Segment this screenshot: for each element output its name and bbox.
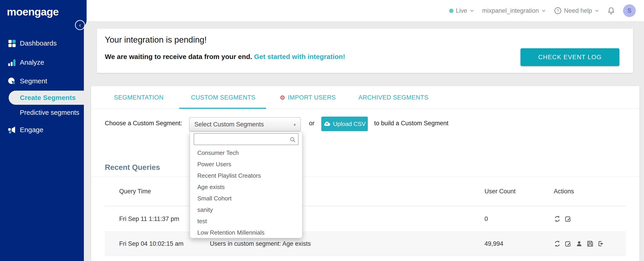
build-segment-suffix: to build a Custom Segment <box>374 120 448 127</box>
upload-csv-button[interactable]: Upload CSV <box>321 117 368 131</box>
user-avatar[interactable]: S <box>623 4 636 17</box>
user-count-cell: 0 <box>484 216 488 223</box>
dropdown-option[interactable]: Age exists <box>190 181 303 193</box>
choose-segment-label: Choose a Custom Segment: <box>105 120 182 127</box>
app-root: Live mixpanel_integration ? Need help <box>0 0 644 261</box>
save-segment-icon[interactable] <box>586 240 594 247</box>
table-row: Fri Sep 11 1:11:37 pm 0 <box>105 206 626 232</box>
table-header-row: Query Time User Count Actions <box>105 177 626 206</box>
dropdown-options-list: Consumer Tech Power Users Recent Playlis… <box>190 147 303 238</box>
tab-label: CUSTOM SEGMENTS <box>191 94 256 101</box>
engage-megaphone-icon <box>8 125 16 134</box>
cloud-upload-icon <box>323 120 331 128</box>
project-name: mixpanel_integration <box>482 7 539 14</box>
sidebar-item-analyze[interactable]: Analyze <box>0 54 84 71</box>
column-header-actions: Actions <box>554 188 574 195</box>
edit-query-icon[interactable] <box>565 216 572 223</box>
sidebar-item-predictive-segments[interactable]: Predictive segments <box>0 105 84 120</box>
check-event-log-button[interactable]: CHECK EVENT LOG <box>520 48 620 66</box>
row-actions <box>554 216 572 223</box>
header-controls: Live mixpanel_integration ? Need help <box>449 0 636 21</box>
rerun-query-icon[interactable] <box>554 240 561 247</box>
tab-custom-segments[interactable]: CUSTOM SEGMENTS <box>191 86 256 109</box>
chevron-down-icon <box>594 8 599 13</box>
edit-query-icon[interactable] <box>565 240 572 247</box>
sidebar-item-label: Predictive segments <box>20 109 79 116</box>
segment-pie-icon <box>8 77 16 85</box>
dropdown-search-box <box>194 133 298 145</box>
recent-queries-heading: Recent Queries <box>105 163 160 172</box>
dropdown-option[interactable]: Power Users <box>190 159 303 170</box>
dropdown-option[interactable]: Small Cohort <box>190 193 303 204</box>
sidebar-item-create-segments[interactable]: Create Segments <box>9 91 84 105</box>
live-status-dot-icon <box>449 9 454 13</box>
select-value: Select Custom Segments <box>194 121 264 128</box>
tab-label: IMPORT USERS <box>288 94 336 101</box>
dropdown-option[interactable]: test <box>190 216 303 227</box>
banner-subtitle-text: We are waiting to receive data from your… <box>105 53 252 60</box>
tab-segmentation[interactable]: SEGMENTATION <box>114 86 164 109</box>
banner-subtitle: We are waiting to receive data from your… <box>105 53 345 61</box>
bell-icon <box>607 6 615 15</box>
dropdown-option[interactable]: sanity <box>190 204 303 216</box>
rerun-query-icon[interactable] <box>554 216 561 223</box>
recent-queries-table: Query Time User Count Actions Fri Sep 11… <box>105 177 626 256</box>
export-query-icon[interactable] <box>598 240 604 247</box>
environment-switcher[interactable]: Live <box>449 7 474 14</box>
sidebar-item-label: Dashboards <box>20 39 57 47</box>
user-count-cell: 49,994 <box>484 240 504 247</box>
search-icon <box>290 136 296 143</box>
avatar-initial: S <box>627 7 632 14</box>
sidebar-item-label: Segment <box>20 77 47 85</box>
tabs-bar: SEGMENTATION CUSTOM SEGMENTS IMPORT USER… <box>91 86 640 109</box>
banner-title: Your integration is pending! <box>105 35 207 45</box>
table-row: Fri Sep 04 10:02:15 am Users in custom s… <box>105 232 626 256</box>
question-circle-icon: ? <box>554 7 562 14</box>
query-description-cell: Users in custom segment: Age exists <box>210 240 311 247</box>
import-users-badge-icon <box>280 95 285 100</box>
query-time-cell: Fri Sep 04 10:02:15 am <box>119 240 184 247</box>
help-menu[interactable]: ? Need help <box>554 7 599 14</box>
tab-import-users[interactable]: IMPORT USERS <box>280 86 336 109</box>
row-actions <box>554 240 604 247</box>
sidebar-nav: Dashboards Analyze Segment Create Segmen… <box>0 0 84 261</box>
top-header: Live mixpanel_integration ? Need help <box>0 0 644 21</box>
integration-pending-banner: Your integration is pending! We are wait… <box>97 29 633 73</box>
dropdown-option[interactable]: Consumer Tech <box>190 147 303 159</box>
sidebar-collapse-button[interactable]: ‹ <box>75 20 85 30</box>
sidebar-item-label: Analyze <box>20 58 44 66</box>
segment-select-dropdown: Consumer Tech Power Users Recent Playlis… <box>190 132 302 238</box>
notifications-button[interactable] <box>607 6 615 15</box>
or-text: or <box>309 120 314 127</box>
tab-label: ARCHIVED SEGMENTS <box>358 94 428 101</box>
column-header-user-count: User Count <box>484 188 516 195</box>
svg-text:?: ? <box>557 8 559 13</box>
dashboards-grid-icon <box>8 39 16 48</box>
chevron-down-icon <box>470 8 474 13</box>
active-tab-underline <box>179 108 266 109</box>
project-switcher[interactable]: mixpanel_integration <box>482 7 546 14</box>
help-label: Need help <box>564 7 592 14</box>
view-users-icon[interactable] <box>576 240 583 247</box>
query-time-cell: Fri Sep 11 1:11:37 pm <box>119 216 179 223</box>
chevron-down-icon <box>541 8 546 13</box>
analyze-bars-icon <box>8 58 16 67</box>
moengage-logo[interactable]: moengage <box>7 5 58 18</box>
segments-card: SEGMENTATION CUSTOM SEGMENTS IMPORT USER… <box>91 86 640 261</box>
sidebar-item-segment[interactable]: Segment <box>0 72 84 90</box>
get-started-link[interactable]: Get started with integration! <box>254 53 345 60</box>
tab-label: SEGMENTATION <box>114 94 164 101</box>
chevron-left-icon: ‹ <box>79 22 81 28</box>
dropdown-option[interactable]: Low Retention Millennials <box>190 227 303 238</box>
upload-csv-label: Upload CSV <box>333 120 366 128</box>
dropdown-option[interactable]: Recent Playlist Creators <box>190 170 303 181</box>
custom-segment-select[interactable]: Select Custom Segments ▲ <box>189 117 301 131</box>
column-header-query-time: Query Time <box>119 188 151 195</box>
sidebar-item-engage[interactable]: Engage <box>0 121 84 138</box>
logo-block: moengage <box>0 0 86 28</box>
sidebar-item-dashboards[interactable]: Dashboards <box>0 35 84 52</box>
dropdown-search-input[interactable] <box>196 134 288 144</box>
environment-label: Live <box>456 7 467 14</box>
tab-archived-segments[interactable]: ARCHIVED SEGMENTS <box>358 86 428 109</box>
triangle-up-icon: ▲ <box>293 122 296 126</box>
